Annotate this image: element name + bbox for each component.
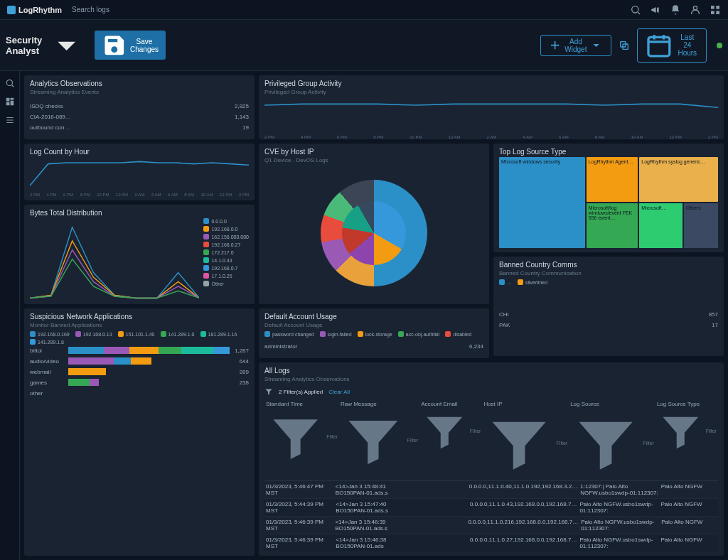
filter-icon <box>341 407 406 473</box>
treemap-cell[interactable]: Microsoft… <box>639 203 682 248</box>
search-logs-link[interactable]: Search logs <box>72 6 109 14</box>
dashboard-selector[interactable]: Security Analyst <box>6 24 87 66</box>
treemap-cell[interactable]: LogRhythm Agent… <box>587 157 638 202</box>
search-icon[interactable] <box>5 78 15 88</box>
column-filter[interactable]: Filter <box>341 407 418 473</box>
filter-icon[interactable] <box>264 387 273 396</box>
stack-segment <box>159 347 181 354</box>
treemap-cell[interactable]: Microsoft windows security <box>499 157 585 248</box>
dashboard-toolbar: Security Analyst Save Changes Add Widget… <box>0 20 728 71</box>
column-header[interactable]: Account EmailFilter <box>421 401 481 478</box>
widget-title: CVE by Host IP <box>264 148 483 156</box>
add-widget-button[interactable]: Add Widget <box>540 35 611 56</box>
svg-point-1 <box>693 6 697 9</box>
svg-rect-12 <box>10 101 14 105</box>
widget-subtitle: Default Account Usage <box>264 322 483 328</box>
bar-label: PAK <box>499 322 542 328</box>
widget-bytes-total-distribution[interactable]: Bytes Total Distribution 0.0.0.0192.168.… <box>24 205 255 304</box>
legend-item: 141.289.1.0 <box>161 331 195 337</box>
cell-host: 0.0.0.0,11.1.0.43,192.168.0.0,192.168.7… <box>470 501 577 514</box>
widget-banned-country-comms[interactable]: Banned Country Comms Banned Country Comm… <box>493 257 724 356</box>
save-changes-button[interactable]: Save Changes <box>95 31 166 60</box>
x-tick: 2 PM <box>264 135 274 139</box>
x-tick: 2 PM <box>239 193 249 197</box>
apps-icon[interactable] <box>710 4 721 16</box>
cell-raw: <14>Jan 3 15:47:40 BO150PAN-01.ads.s <box>336 501 408 514</box>
widget-title: Suspicious Network Applications <box>30 313 249 321</box>
table-row[interactable]: 01/3/2023, 5:44:39 PM MST <14>Jan 3 15:4… <box>264 499 718 517</box>
cell-type: Palo Alto NGFW <box>660 501 717 514</box>
bytes-legend: 0.0.0.0192.168.0.0162.158.000.000192.168… <box>203 218 249 298</box>
x-tick: 8 AM <box>184 193 194 197</box>
logs-filter-toolbar: 2 Filter(s) Applied Clear All <box>264 387 718 396</box>
x-tick: 10 PM <box>97 193 109 197</box>
cell-type: Palo Alto NGFW <box>660 537 717 549</box>
widget-privileged-group-activity[interactable]: Privileged Group Activity Privileged Gro… <box>259 75 724 139</box>
column-header[interactable]: Log Source TypeFilter <box>657 401 717 478</box>
svg-rect-10 <box>6 98 9 102</box>
x-tick: 4 PM <box>301 135 311 139</box>
legend-label: 192.168.0.27 <box>211 242 240 247</box>
filter-icon <box>570 407 641 478</box>
copy-icon[interactable] <box>619 40 630 51</box>
bar-row: outbound con… 19 <box>30 124 249 131</box>
list-icon[interactable] <box>5 115 15 125</box>
widget-cve-by-host-ip[interactable]: CVE by Host IP Q1 Device - DevOS Logs <box>259 144 489 304</box>
plus-icon <box>548 38 562 52</box>
megaphone-icon[interactable] <box>650 4 661 16</box>
stack-segment <box>104 347 129 354</box>
cell-host: 0.0.0.0,11.1.0.216,192.168.0.0,192.168.7… <box>468 519 578 532</box>
bytes-line-chart <box>30 218 199 300</box>
column-filter[interactable]: Filter <box>570 407 654 478</box>
product-logo: LogRhythm <box>7 6 62 14</box>
bell-icon[interactable] <box>670 4 681 16</box>
widget-analytics-observations[interactable]: Analytics Observations Streaming Analyti… <box>24 75 255 139</box>
stack-label: webmail <box>30 369 65 375</box>
widget-default-account-usage[interactable]: Default Account Usage Default Account Us… <box>259 308 489 358</box>
table-row[interactable]: 01/3/2023, 5:46:39 PM MST <14>Jan 3 15:4… <box>264 534 718 551</box>
legend-item: 162.158.000.000 <box>203 234 249 239</box>
x-tick: 2 PM <box>708 135 718 139</box>
column-filter[interactable]: Filter <box>483 407 567 478</box>
treemap-cell[interactable]: Others <box>684 203 718 248</box>
widget-log-count-by-hour[interactable]: Log Count by Hour 2 PM4 PM6 PM8 PM10 PM1… <box>24 144 255 200</box>
column-filter[interactable]: Filter <box>266 407 338 466</box>
suspnet-legend: 192.168.0.169192.168.0.13151.101.1.40141… <box>30 331 249 345</box>
widget-suspicious-network-applications[interactable]: Suspicious Network Applications Monitor … <box>24 308 255 556</box>
cve-sunburst-chart <box>264 166 483 300</box>
stacked-bar-row: other <box>30 389 249 397</box>
legend-item: 192.168.0.13 <box>75 331 112 337</box>
treemap-cell[interactable]: LogRhythm syslog generic… <box>639 157 718 202</box>
x-tick: 8 AM <box>595 135 605 139</box>
column-header[interactable]: Standard TimeFilter <box>266 401 338 478</box>
filters-applied-label: 2 Filter(s) Applied <box>279 389 323 395</box>
column-filter[interactable]: Filter <box>657 407 717 455</box>
clear-filters-link[interactable]: Clear All <box>328 389 350 395</box>
table-row[interactable]: 01/3/2023, 5:46:39 PM MST <14>Jan 3 15:4… <box>264 517 718 534</box>
widget-subtitle: Q1 Device - DevOS Logs <box>264 157 483 163</box>
time-range-button[interactable]: Last 24 Hours <box>637 28 707 63</box>
stack-value: 238 <box>240 379 249 386</box>
legend-item: login-failed <box>320 331 352 337</box>
column-filter[interactable]: Filter <box>421 407 481 455</box>
search-icon[interactable] <box>630 4 641 16</box>
table-row[interactable]: 01/3/2023, 5:46:47 PM MST <14>Jan 3 15:4… <box>264 481 718 499</box>
bar-track <box>75 124 237 131</box>
column-header[interactable]: Raw MessageFilter <box>341 401 418 478</box>
widget-top-log-source-type[interactable]: Top Log Source Type Microsoft windows se… <box>493 144 724 252</box>
treemap-cell[interactable]: Microsoft/log windows/event FEK 556 even… <box>587 203 638 248</box>
legend-label: 162.158.000.000 <box>211 235 249 239</box>
widget-all-logs[interactable]: All Logs Streaming Analytics Observation… <box>259 362 724 556</box>
column-header[interactable]: Log SourceFilter <box>570 401 654 478</box>
cell-type: Palo Alto NGFW <box>661 483 717 496</box>
legend-swatch <box>118 331 124 337</box>
column-header[interactable]: Host IPFilter <box>483 401 567 478</box>
dashboard-icon[interactable] <box>5 97 15 107</box>
legend-item: 0.0.0.0 <box>203 218 249 224</box>
cell-email <box>411 537 467 549</box>
x-tick: 4 AM <box>523 135 532 139</box>
stack-segment <box>68 368 106 375</box>
widget-title: Bytes Total Distribution <box>30 209 249 217</box>
user-icon[interactable] <box>690 4 701 16</box>
logs-table: Standard TimeFilterRaw MessageFilterAcco… <box>264 399 718 551</box>
